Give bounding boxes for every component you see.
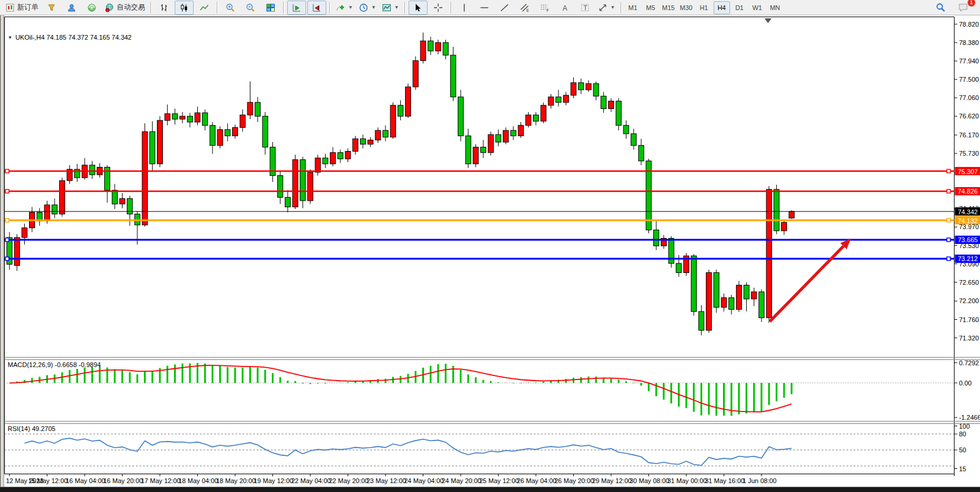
date-tick-label: 24 May 20:00 [442,477,481,484]
candle-body [89,165,95,175]
horizontal-line-tool-button[interactable] [475,1,494,15]
timeframe-mn[interactable]: MN [767,1,783,14]
date-tick-label: 15 May 12:00 [28,477,68,484]
toolbar-separator [621,2,622,14]
auto-trading-button[interactable]: 自动交易 [102,1,147,15]
candle-body [120,198,125,204]
price-line-label: 74.826 [958,188,978,195]
candle-body [548,97,554,105]
price-tick-label: 72.650 [959,279,979,286]
candle-body [323,158,328,164]
toolbar-separator [217,2,218,14]
notifications-button[interactable]: 1 [954,1,973,15]
search-button[interactable] [931,1,950,15]
candle-body [586,83,591,90]
auto-scroll-icon [292,3,301,12]
tile-windows-button[interactable] [261,1,280,15]
equidistant-channel-tool-button[interactable]: E [515,1,534,15]
candle-body [616,101,621,126]
line-anchor-handle [947,189,950,193]
timeframe-h4[interactable]: H4 [714,1,730,14]
candle-body [210,126,215,146]
candle-body [187,116,192,122]
funnel-icon [47,3,56,12]
price-chart[interactable]: 78.82078.38077.94077.50077.06076.62076.1… [0,15,980,487]
candle-body [609,101,614,109]
market-watch-button[interactable] [42,1,61,15]
timeframe-m1[interactable]: M1 [625,1,641,14]
trendline-icon [500,3,509,12]
price-tick-label: 71.760 [959,316,979,323]
templates-button[interactable]: ▼ [380,1,401,15]
chart-title-row[interactable]: ▼ UKOil-,H4 74.185 74.372 74.165 74.342 [8,34,131,41]
candle-body [158,120,163,163]
candle-body [398,105,403,116]
vertical-line-tool-button[interactable] [455,1,474,15]
date-tick-label: 22 May 04:00 [291,477,331,484]
line-anchor-handle [947,218,950,222]
candle-body [278,176,283,198]
candle-body [375,130,381,140]
auto-trading-label: 自动交易 [117,2,145,12]
timeframe-d1[interactable]: D1 [731,1,748,14]
chart-shift-icon [312,3,322,12]
candle-body [59,181,65,214]
candle-body [759,292,764,318]
candle-body [654,230,659,246]
template-icon [382,3,391,12]
price-line-label: 74.342 [958,208,978,216]
candle-body [180,116,185,119]
chart-dropdown-icon[interactable]: ▼ [8,35,12,40]
text-tool-button[interactable]: A [555,1,574,15]
candle-body [510,130,516,136]
cursor-tool-button[interactable] [409,1,428,15]
toolbar-separator [404,2,406,14]
timeframe-m15[interactable]: M15 [660,1,677,14]
candle-body [368,140,373,144]
zoom-in-button[interactable] [221,1,240,15]
candlestick-chart-button[interactable] [175,1,194,15]
timeframe-w1[interactable]: W1 [749,1,766,14]
text-label-tool-button[interactable]: T [576,1,595,15]
timeframe-h1[interactable]: H1 [696,1,712,14]
profile-button[interactable] [62,1,81,15]
arrows-tool-button[interactable]: ▼ [596,1,618,15]
crosshair-tool-button[interactable] [429,1,448,15]
line-chart-icon [200,3,209,12]
candle-body [406,87,411,116]
price-tick-label: 73.970 [959,223,979,230]
date-tick-label: 16 May 20:00 [104,477,143,484]
price-tick-label: 77.500 [959,76,979,83]
date-tick-label: 22 May 20:00 [329,477,369,484]
line-chart-button[interactable] [195,1,214,15]
toolbar-separator [283,2,284,14]
bar-chart-button[interactable] [155,1,173,15]
zoom-out-button[interactable] [241,1,260,15]
candle-body [390,105,396,137]
timeframe-m30[interactable]: M30 [678,1,695,14]
profile-icon [67,3,76,12]
candle-body [308,172,313,201]
chart-title: UKOil-,H4 74.185 74.372 74.165 74.342 [15,34,131,41]
candle-body [225,130,230,136]
candlestick-chart-icon [179,3,189,12]
new-order-button[interactable]: 新订单 [3,1,41,15]
timeframe-m5[interactable]: M5 [642,1,659,14]
trading-terminal: 新订单 自动交易 [0,0,980,492]
auto-scroll-button[interactable] [287,1,306,15]
date-tick-label: 29 May 12:00 [592,477,632,484]
candle-body [774,189,779,231]
candle-body [22,228,27,237]
crosshair-icon [433,3,443,12]
rsi-indicator-label: RSI(14) 49.2705 [8,425,56,432]
fibonacci-tool-button[interactable]: F [535,1,554,15]
indicators-button[interactable]: ▼ [333,1,355,15]
signal-button[interactable] [82,1,101,15]
window-bottom-edge [0,487,980,492]
candle-body [496,134,501,142]
candle-body [285,197,290,207]
periods-button[interactable]: ▼ [356,1,378,15]
chart-shift-button[interactable] [307,1,326,15]
candle-body [172,114,178,119]
trendline-tool-button[interactable] [495,1,514,15]
